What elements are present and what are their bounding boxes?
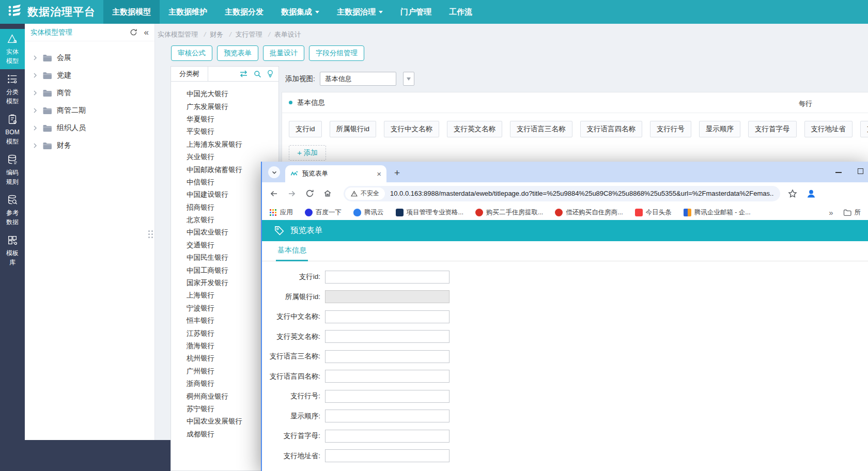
field-chip[interactable]: 支行语言四名称: [580, 121, 643, 137]
template-library-icon: [7, 234, 18, 247]
bank-list-item[interactable]: 上海浦东发展银行: [171, 138, 278, 151]
field-chip[interactable]: 支行首字母: [748, 121, 797, 137]
bank-list-item[interactable]: 中国光大银行: [171, 88, 278, 100]
form-field-row: 支行中文名称:: [262, 307, 868, 327]
toolbar-button[interactable]: 审核公式: [171, 45, 212, 61]
logo-icon: [7, 3, 23, 21]
address-bar[interactable]: 不安全 10.0.0.163:8988/masterdata/eweb/titl…: [344, 186, 780, 201]
reload-button[interactable]: [305, 189, 314, 198]
field-input[interactable]: [325, 370, 450, 383]
new-tab-button[interactable]: [394, 168, 400, 178]
bookmark-folder[interactable]: 所: [843, 208, 861, 217]
browser-toolbar: 不安全 10.0.0.163:8988/masterdata/eweb/titl…: [262, 182, 868, 205]
bookmark[interactable]: 应用: [269, 208, 293, 217]
close-tab-icon[interactable]: [377, 169, 381, 178]
lightbulb-icon[interactable]: [267, 70, 273, 78]
bank-list-item[interactable]: 华夏银行: [171, 113, 278, 125]
field-input[interactable]: [325, 430, 450, 443]
security-badge[interactable]: 不安全: [345, 187, 385, 200]
toolbar-button[interactable]: 预览表单: [217, 45, 258, 61]
forward-button[interactable]: [287, 190, 297, 198]
field-input[interactable]: [325, 390, 450, 403]
back-button[interactable]: [269, 190, 278, 198]
field-chip[interactable]: 支行英文名称: [447, 121, 502, 137]
bookmark[interactable]: 偿还购买自住房商...: [555, 208, 623, 217]
tree-folder-item[interactable]: 财务: [25, 137, 154, 154]
field-chip[interactable]: 支行行号: [650, 121, 691, 137]
minimize-window-button[interactable]: [835, 172, 842, 173]
sidebar-item-bom-model[interactable]: BOM 模型: [0, 109, 25, 150]
field-chip[interactable]: 支行地址省: [804, 121, 853, 137]
browser-tab[interactable]: 预览表单: [285, 165, 386, 182]
preview-form: 支行id: 所属银行id: 支行中文名称: 支行英文名称:: [262, 261, 868, 466]
bookmark[interactable]: 腾讯企业邮箱 - 企...: [684, 208, 751, 217]
topnav-item[interactable]: 门户管理: [392, 0, 440, 24]
refresh-icon[interactable]: [130, 28, 137, 36]
swap-icon[interactable]: [239, 70, 248, 77]
breadcrumb-item[interactable]: 表单设计: [264, 30, 301, 38]
bookmark-icon: [475, 209, 483, 216]
tree-folder-item[interactable]: 党建: [25, 67, 154, 84]
maximize-window-button[interactable]: [858, 168, 863, 174]
home-button[interactable]: [323, 189, 332, 198]
field-chip[interactable]: 支行中文名称: [384, 121, 439, 137]
field-input[interactable]: [325, 449, 450, 462]
field-input[interactable]: [325, 271, 450, 284]
topnav-item[interactable]: 主数据维护: [160, 0, 216, 24]
collapse-panel-icon[interactable]: [144, 28, 149, 37]
sidebar-item-entity-model[interactable]: 实体 模型: [0, 29, 25, 69]
bank-list-item[interactable]: 广东发展银行: [171, 100, 278, 113]
field-input[interactable]: [325, 310, 450, 323]
bookmark[interactable]: 腾讯云: [353, 208, 384, 217]
form-field-row: 支行首字母:: [262, 426, 868, 446]
tree-folder-item[interactable]: 会展: [25, 49, 154, 67]
profile-avatar[interactable]: [806, 189, 816, 199]
topnav-item[interactable]: 主数据治理: [328, 0, 392, 24]
tree-folder-item[interactable]: 商管: [25, 84, 154, 102]
field-input[interactable]: [325, 330, 450, 343]
field-input[interactable]: [325, 350, 450, 363]
field-input[interactable]: [325, 290, 450, 303]
breadcrumb-item[interactable]: 实体模型管理: [158, 30, 198, 38]
add-field-button[interactable]: 添加: [289, 145, 326, 161]
topnav-item[interactable]: 主数据模型: [103, 0, 160, 24]
view-select-dropdown-button[interactable]: [403, 72, 414, 86]
bookmark[interactable]: 百度一下: [305, 208, 342, 217]
bank-list-item[interactable]: 平安银行: [171, 125, 278, 138]
site-favicon: [290, 170, 298, 178]
field-chip[interactable]: 支行语言三名称: [510, 121, 572, 137]
bookmark[interactable]: 购买二手住房提取...: [475, 208, 543, 217]
tree-folder-item[interactable]: 组织人员: [25, 119, 154, 137]
field-label: 支行行号:: [262, 391, 320, 401]
field-chip[interactable]: 显示顺序: [699, 121, 740, 137]
field-chip[interactable]: 所属银行id: [330, 121, 377, 137]
topnav-item[interactable]: 主数据分发: [216, 0, 272, 24]
sidebar-item-reference-data[interactable]: 参考 数据: [0, 190, 25, 230]
bookmarks-overflow-icon[interactable]: [829, 208, 833, 217]
tree-folder-item[interactable]: 商管二期: [25, 102, 154, 119]
sidebar-item-category-model[interactable]: 分类 模型: [0, 69, 25, 109]
toolbar-button[interactable]: 字段分组管理: [309, 45, 364, 61]
search-icon[interactable]: [254, 70, 261, 78]
breadcrumb-item[interactable]: 支行管理: [225, 30, 262, 38]
field-chip[interactable]: 支行id: [289, 121, 322, 137]
panel-resize-handle[interactable]: [148, 230, 153, 238]
bookmark-star-icon[interactable]: [788, 189, 797, 198]
view-select[interactable]: 基本信息: [320, 72, 396, 86]
topnav-item[interactable]: 工作流: [440, 0, 481, 24]
chevron-right-icon: [33, 55, 38, 60]
sidebar-item-coding-rules[interactable]: 编码 规则: [0, 150, 25, 190]
field-input[interactable]: [325, 410, 450, 422]
bookmark[interactable]: 项目管理专业资格...: [396, 208, 463, 217]
toolbar-button[interactable]: 批量设计: [263, 45, 304, 61]
tab-basic-info[interactable]: 基本信息: [276, 241, 308, 261]
breadcrumb-item[interactable]: 财务: [200, 30, 224, 38]
chevron-down-icon: [379, 11, 383, 15]
topnav-item[interactable]: 数据集成: [272, 0, 328, 24]
preview-page-header: 预览表单: [262, 220, 868, 241]
field-chip[interactable]: 支行地址: [860, 121, 868, 137]
bookmark[interactable]: 今日头条: [635, 208, 672, 217]
tab-search-button[interactable]: [268, 166, 280, 178]
tab-category-tree[interactable]: 分类树: [171, 67, 208, 81]
sidebar-item-template-library[interactable]: 模板 库: [0, 230, 25, 271]
